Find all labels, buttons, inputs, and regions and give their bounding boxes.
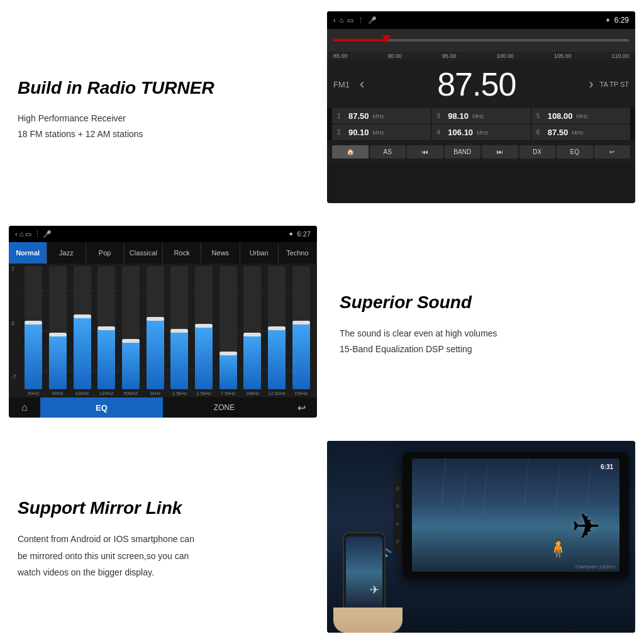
eq-tabs: Normal Jazz Pop Classical Rock News Urba… <box>9 242 317 264</box>
prev-freq-button[interactable]: ‹ <box>360 76 364 92</box>
eq-status-icons: ‹ ⌂ ▭ ⋮ 🎤 <box>15 230 52 238</box>
tuner-thumb <box>382 35 391 43</box>
tuner-labels: 85.00 90.00 95.00 100.00 105.00 110.00 <box>327 52 635 60</box>
airplane-icon: ✈ <box>572 506 601 547</box>
radio-controls: 🏠 AS ⏮ BAND ⏭ DX EQ ↩ <box>327 142 635 162</box>
eq-status-bar: ‹ ⌂ ▭ ⋮ 🎤 ✦ 6:27 <box>9 226 317 242</box>
car-unit-screen: ✈ 🧍 6:31 STARSHIP | GEM+V <box>412 458 619 572</box>
eq-bar-1-5khz[interactable] <box>169 266 191 389</box>
person-silhouette: 🧍 <box>547 538 569 559</box>
radio-title: Build in Radio TURNER <box>18 77 309 99</box>
eq-bar-12-5khz[interactable] <box>266 266 288 389</box>
mirror-image-section: ✈ 🧍 6:31 STARSHIP | GEM+V <box>322 430 644 644</box>
eq-bar-100hz[interactable] <box>71 266 93 389</box>
ctrl-band-button[interactable]: BAND <box>445 145 481 158</box>
preset-3[interactable]: 3 98.10 MHz <box>431 108 530 124</box>
preset-2[interactable]: 2 90.10 MHz <box>332 125 431 140</box>
eq-bar-1khz[interactable] <box>144 266 166 389</box>
eq-tab-urban[interactable]: Urban <box>240 242 279 264</box>
eq-menu-icon[interactable]: ⋮ <box>34 230 41 238</box>
mic-icon[interactable]: 🎤 <box>368 16 377 25</box>
back-icon[interactable]: ‹ <box>333 16 336 24</box>
next-freq-button[interactable]: › <box>589 76 593 92</box>
car-unit-device: ✈ 🧍 6:31 STARSHIP | GEM+V <box>402 452 629 578</box>
eq-bar-60hz[interactable] <box>23 266 45 389</box>
ctrl-dx-button[interactable]: DX <box>519 145 556 158</box>
rds-display: TA TP ST <box>600 80 629 88</box>
tuner-bar[interactable] <box>327 29 635 52</box>
eq-status-time: 6:27 <box>297 230 311 238</box>
tuner-track <box>333 39 629 42</box>
brand-watermark: STARSHIP | GEM+V <box>575 565 616 569</box>
page-container: Build in Radio TURNER High Performance R… <box>0 0 644 644</box>
ctrl-back-button[interactable]: ↩ <box>594 145 631 158</box>
eq-tab-news[interactable]: News <box>201 242 240 264</box>
sound-section: Superior Sound The sound is clear even a… <box>322 214 644 429</box>
frequency-display: 87.50 <box>370 65 582 103</box>
eq-bar-7-5khz[interactable] <box>217 266 239 389</box>
preset-1[interactable]: 1 87.50 MHz <box>332 108 431 124</box>
eq-window-icon[interactable]: ▭ <box>25 230 31 238</box>
ctrl-eq-button[interactable]: EQ <box>557 145 593 158</box>
eq-device-screen: ‹ ⌂ ▭ ⋮ 🎤 ✦ 6:27 Normal Jazz Pop Classic… <box>9 226 317 418</box>
status-icons: ‹ ⌂ ▭ ⋮ 🎤 <box>333 16 377 25</box>
fm-label: FM1 <box>333 80 353 89</box>
status-time: 6:29 <box>614 16 629 25</box>
eq-tab-pop[interactable]: Pop <box>86 242 125 264</box>
eq-zone-button[interactable]: ZONE <box>163 403 286 412</box>
eq-bars <box>9 264 317 389</box>
preset-5[interactable]: 5 108.00 MHz <box>531 108 630 124</box>
eq-bottom-bar: ⌂ EQ ZONE ↩ <box>9 397 317 418</box>
eq-bar-120hz[interactable] <box>96 266 118 389</box>
mirror-link-section: Support Mirror Link Content from Android… <box>0 430 322 644</box>
radio-main-display: FM1 ‹ 87.50 › TA TP ST <box>327 60 635 108</box>
ctrl-prev-button[interactable]: ⏮ <box>407 145 443 158</box>
eq-tab-classical[interactable]: Classical <box>125 242 163 264</box>
bluetooth-icon: ✦ <box>605 16 611 25</box>
window-icon[interactable]: ▭ <box>347 16 353 25</box>
eq-bar-500hz[interactable] <box>120 266 142 389</box>
eq-body: 7 0 -7 <box>9 264 317 397</box>
eq-eq-button[interactable]: EQ <box>40 397 163 418</box>
status-right: ✦ 6:29 <box>605 16 629 25</box>
eq-bar-10khz[interactable] <box>242 266 264 389</box>
eq-tab-jazz[interactable]: Jazz <box>47 242 86 264</box>
sound-description: The sound is clear even at high volumes … <box>340 326 631 357</box>
eq-bar-80hz[interactable] <box>47 266 69 389</box>
tuner-fill <box>333 39 387 42</box>
radio-device-screen: ‹ ⌂ ▭ ⋮ 🎤 ✦ 6:29 85.00 <box>327 11 635 203</box>
mirror-device-image: ✈ 🧍 6:31 STARSHIP | GEM+V <box>327 441 635 633</box>
eq-freq-labels: 60HZ 80HZ 100HZ 120HZ 500HZ 1kHz 1.5kHz … <box>9 389 317 397</box>
mirror-time-display: 6:31 <box>601 464 613 470</box>
preset-4[interactable]: 4 106.10 MHz <box>431 125 530 140</box>
mirror-description: Content from Android or IOS smartphone c… <box>18 531 309 581</box>
eq-home-button[interactable]: ⌂ <box>9 402 40 413</box>
eq-bar-15khz[interactable] <box>290 266 312 389</box>
menu-icon[interactable]: ⋮ <box>357 16 364 25</box>
eq-screen-section: ‹ ⌂ ▭ ⋮ 🎤 ✦ 6:27 Normal Jazz Pop Classic… <box>0 214 322 429</box>
radio-turner-section: Build in Radio TURNER High Performance R… <box>0 0 322 214</box>
radio-screen-section: ‹ ⌂ ▭ ⋮ 🎤 ✦ 6:29 85.00 <box>322 0 644 214</box>
eq-mic-icon[interactable]: 🎤 <box>43 230 52 238</box>
eq-back-button[interactable]: ↩ <box>286 402 317 414</box>
eq-status-right: ✦ 6:27 <box>288 230 311 238</box>
sound-title: Superior Sound <box>340 292 631 313</box>
eq-tab-normal[interactable]: Normal <box>9 242 47 264</box>
eq-bluetooth-icon: ✦ <box>288 230 294 238</box>
ctrl-next-button[interactable]: ⏭ <box>482 145 518 158</box>
eq-tab-rock[interactable]: Rock <box>163 242 201 264</box>
radio-presets: 1 87.50 MHz 3 98.10 MHz 5 108.00 MHz 2 9… <box>327 108 635 140</box>
preset-6[interactable]: 6 87.50 MHz <box>531 125 630 140</box>
radio-description: High Performance Receiver 18 FM stations… <box>18 111 309 142</box>
ctrl-as-button[interactable]: AS <box>370 145 406 158</box>
eq-home-icon[interactable]: ⌂ <box>19 230 24 238</box>
ctrl-home-button[interactable]: 🏠 <box>332 145 369 158</box>
phone-hand-group: ✈ <box>333 532 402 633</box>
radio-status-bar: ‹ ⌂ ▭ ⋮ 🎤 ✦ 6:29 <box>327 11 635 29</box>
home-icon[interactable]: ⌂ <box>340 16 344 24</box>
eq-back-icon[interactable]: ‹ <box>15 230 18 238</box>
mirror-title: Support Mirror Link <box>18 497 309 519</box>
eq-tab-techno[interactable]: Techno <box>279 242 317 264</box>
eq-bar-2-5khz[interactable] <box>193 266 215 389</box>
